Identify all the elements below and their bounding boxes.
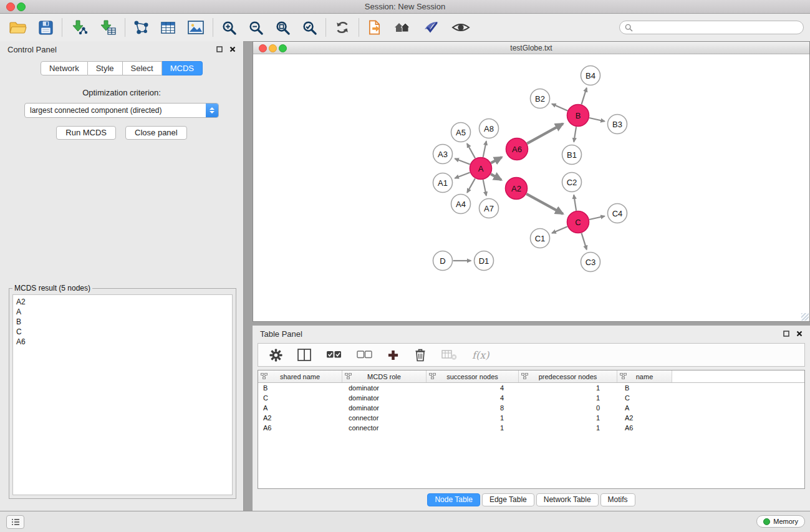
node-A6[interactable]: A6 — [506, 138, 528, 160]
task-history-button[interactable] — [6, 515, 24, 529]
result-item[interactable]: A6 — [16, 337, 229, 347]
edge-C-C2[interactable] — [574, 195, 576, 211]
zoom-fit-icon[interactable] — [275, 20, 291, 36]
column-header-name[interactable]: name — [617, 370, 672, 382]
node-B2[interactable]: B2 — [531, 89, 550, 109]
table-row[interactable]: A6connector11A6 — [258, 423, 804, 433]
result-item[interactable]: B — [16, 317, 229, 327]
edge-C-C1[interactable] — [552, 226, 567, 233]
table-row[interactable]: Adominator80A — [258, 403, 804, 413]
export-image-icon[interactable] — [187, 20, 205, 35]
node-A3[interactable]: A3 — [433, 145, 453, 164]
node-A8[interactable]: A8 — [480, 119, 499, 138]
network-minimize-button[interactable] — [269, 44, 277, 52]
table-row[interactable]: A2connector11A2 — [258, 413, 804, 423]
column-header-successor-nodes[interactable]: successor nodes — [427, 370, 519, 382]
edge-B-B2[interactable] — [552, 104, 567, 110]
zoom-selected-icon[interactable] — [302, 20, 317, 36]
edge-A-A4[interactable] — [467, 178, 475, 193]
edge-B-B1[interactable] — [574, 127, 576, 142]
node-C4[interactable]: C4 — [608, 204, 627, 223]
tab-style[interactable]: Style — [88, 61, 123, 75]
node-A1[interactable]: A1 — [433, 173, 453, 193]
column-header-MCDS-role[interactable]: MCDS role — [342, 370, 427, 382]
node-C1[interactable]: C1 — [531, 229, 550, 248]
edge-A-A3[interactable] — [455, 158, 470, 164]
new-table-icon[interactable] — [160, 21, 176, 35]
node-D[interactable]: D — [433, 251, 453, 271]
zoom-in-icon[interactable] — [221, 20, 237, 36]
add-row-icon[interactable] — [387, 349, 399, 361]
node-B4[interactable]: B4 — [581, 66, 600, 85]
function-builder-icon[interactable]: f(x) — [472, 349, 489, 361]
select-all-icon[interactable] — [326, 350, 342, 360]
criterion-dropdown[interactable]: largest connected component (directed) — [24, 103, 219, 118]
save-session-icon[interactable] — [38, 20, 54, 36]
node-B1[interactable]: B1 — [562, 145, 582, 165]
node-A4[interactable]: A4 — [451, 195, 471, 214]
result-item[interactable]: C — [16, 327, 229, 337]
delete-row-icon[interactable] — [414, 348, 427, 362]
network-close-button[interactable] — [259, 44, 267, 52]
first-neighbors-icon[interactable] — [393, 20, 412, 35]
edge-C-C4[interactable] — [589, 216, 605, 220]
edge-B-B4[interactable] — [582, 88, 587, 105]
table-row[interactable]: Bdominator41B — [258, 383, 804, 393]
deselect-all-icon[interactable] — [357, 350, 372, 360]
search-box[interactable] — [619, 21, 804, 34]
node-C3[interactable]: C3 — [581, 253, 600, 272]
edge-A-A2[interactable] — [491, 174, 501, 180]
import-table-icon[interactable] — [99, 19, 117, 36]
refresh-icon[interactable] — [334, 19, 350, 36]
columns-icon[interactable] — [297, 349, 311, 361]
tab-network[interactable]: Network — [41, 61, 88, 75]
network-zoom-button[interactable] — [279, 44, 287, 52]
node-B3[interactable]: B3 — [608, 115, 627, 134]
zoom-out-icon[interactable] — [248, 20, 264, 36]
run-mcds-button[interactable]: Run MCDS — [56, 126, 116, 140]
float-panel-icon[interactable] — [216, 46, 223, 52]
memory-button[interactable]: Memory — [756, 515, 805, 528]
edge-A-A8[interactable] — [483, 141, 486, 157]
close-window-button[interactable] — [6, 2, 15, 11]
node-C[interactable]: C — [567, 211, 589, 233]
result-item[interactable]: A2 — [16, 297, 229, 307]
edge-A-A7[interactable] — [483, 180, 486, 196]
node-B[interactable]: B — [567, 105, 589, 127]
delete-table-icon[interactable] — [441, 349, 457, 360]
open-document-icon[interactable] — [367, 19, 382, 36]
resize-grip[interactable] — [801, 313, 809, 321]
close-panel-icon[interactable] — [229, 46, 236, 52]
edge-B-B3[interactable] — [589, 118, 605, 121]
node-D1[interactable]: D1 — [475, 251, 494, 271]
edge-A-A1[interactable] — [455, 173, 470, 178]
tab-node-table[interactable]: Node Table — [427, 493, 480, 506]
table-row[interactable]: Cdominator41C — [258, 393, 804, 403]
close-panel-button[interactable]: Close panel — [125, 126, 187, 140]
tab-edge-table[interactable]: Edge Table — [482, 493, 534, 506]
float-table-panel-icon[interactable] — [783, 331, 789, 337]
import-network-icon[interactable] — [70, 19, 88, 36]
tab-network-table[interactable]: Network Table — [536, 493, 599, 506]
mcds-result-list[interactable]: A2ABCA6 — [12, 294, 233, 495]
result-item[interactable]: A — [16, 307, 229, 317]
node-A7[interactable]: A7 — [480, 199, 499, 218]
node-A[interactable]: A — [470, 158, 492, 180]
validate-icon[interactable] — [423, 20, 440, 35]
node-C2[interactable]: C2 — [562, 173, 582, 192]
network-canvas-area[interactable]: B4B2BB3A8A5A6A3B1AC2A1A2A4A7C4CC1DD1C3 — [253, 54, 809, 321]
tab-select[interactable]: Select — [123, 61, 162, 75]
new-network-icon[interactable] — [133, 20, 149, 36]
open-session-icon[interactable] — [8, 20, 27, 36]
node-A2[interactable]: A2 — [506, 178, 528, 200]
tab-mcds[interactable]: MCDS — [162, 61, 203, 75]
edge-C-C3[interactable] — [582, 233, 587, 250]
settings-icon[interactable] — [269, 349, 282, 362]
edge-A-A6[interactable] — [491, 157, 501, 163]
column-header-shared-name[interactable]: shared name — [258, 370, 342, 382]
edge-A2-C[interactable] — [526, 194, 563, 214]
node-A5[interactable]: A5 — [451, 123, 471, 142]
close-table-panel-icon[interactable] — [796, 331, 803, 337]
column-header-predecessor-nodes[interactable]: predecessor nodes — [519, 370, 617, 382]
show-graphics-icon[interactable] — [451, 21, 470, 34]
